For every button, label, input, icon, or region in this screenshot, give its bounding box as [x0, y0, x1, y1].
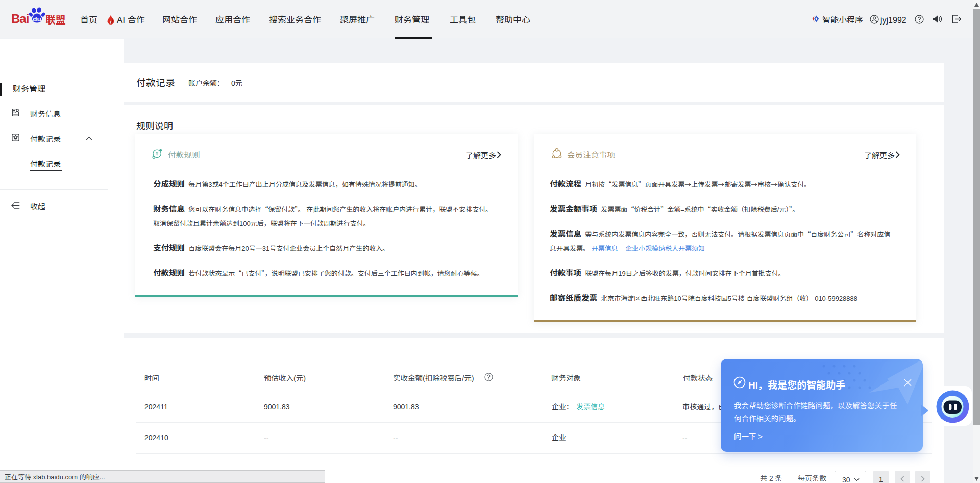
svg-text:du: du	[33, 15, 42, 22]
